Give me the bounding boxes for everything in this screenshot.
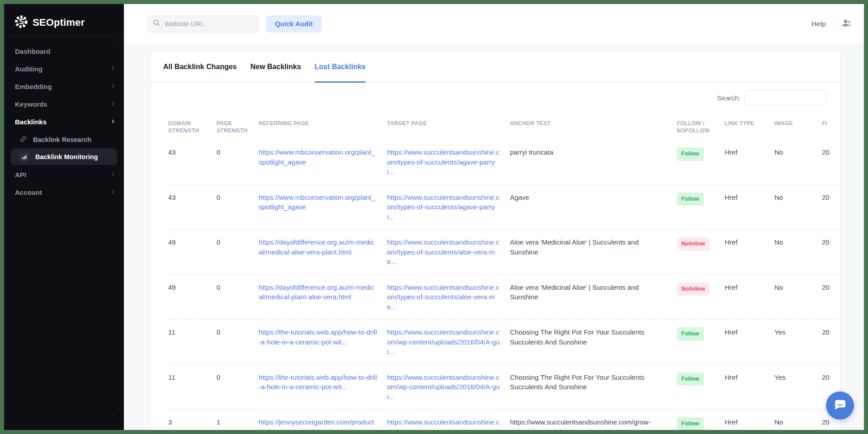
chevron-right-icon — [110, 189, 116, 196]
cell-first-seen: 20 — [822, 184, 841, 230]
col-header-link-type: LINK TYPE — [725, 108, 774, 140]
sidebar-item-embedding[interactable]: Embedding — [4, 78, 124, 95]
target-page-link[interactable]: https://www.succulentsandsunshine.com/ty… — [387, 283, 499, 311]
chevron-right-icon — [110, 83, 116, 90]
referring-page-link[interactable]: https://www.mbconservation.org/plant_spo… — [259, 148, 375, 166]
cell-image: No — [774, 184, 822, 230]
logo-text: SEOptimer — [33, 17, 85, 28]
logo[interactable]: SEOptimer — [4, 4, 124, 32]
target-page-link[interactable]: https://www.succulentsandsunshine.com/wp… — [387, 373, 500, 401]
help-link[interactable]: Help — [811, 20, 826, 28]
target-page-link[interactable]: https://www.succulentsandsunshine.com/ty… — [387, 238, 499, 265]
sidebar-item-dashboard[interactable]: Dashboard — [4, 42, 124, 60]
cell-target-page: https://www.succulentsandsunshine.com/ty… — [387, 184, 510, 230]
cell-image: Yes — [774, 320, 822, 365]
cell-image: No — [774, 410, 822, 430]
quick-audit-button[interactable]: Quick Audit — [266, 15, 322, 33]
chevron-right-icon — [110, 65, 116, 73]
sidebar-item-api[interactable]: API — [4, 166, 124, 184]
cell-domain-strength: 49 — [168, 230, 217, 275]
cell-link-type: Href — [725, 320, 774, 365]
cell-target-page: https://www.succulentsandsunshine.com/wp… — [387, 320, 510, 365]
target-page-link[interactable]: https://www.succulentsandsunshine.com/wp… — [387, 328, 500, 355]
sidebar-item-label: Backlink Monitoring — [35, 153, 98, 160]
cell-anchor-text: https://www.succulentsandsunshine.com/gr… — [510, 410, 677, 430]
cell-link-type: Href — [725, 364, 774, 410]
cell-follow: Follow — [677, 320, 725, 365]
bar-chart-icon — [19, 151, 30, 162]
tab-lost-backlinks[interactable]: Lost Backlinks — [315, 52, 366, 82]
target-page-link[interactable]: https://www.succulentsandsunshine.com/ty… — [387, 148, 499, 175]
cell-follow: Follow — [677, 184, 725, 230]
sidebar-item-label: Backlink Research — [33, 136, 91, 143]
user-menu-icon[interactable] — [841, 18, 853, 30]
search-icon — [153, 19, 160, 28]
cell-referring-page: https://the-tutorials.web.app/how-to-dri… — [259, 320, 387, 365]
target-page-link[interactable]: https://www.succulentsandsunshine.com/gr… — [387, 418, 499, 430]
referring-page-link[interactable]: https://jennysecretgarden.com/products/a… — [259, 418, 374, 430]
referring-page-link[interactable]: https://the-tutorials.web.app/how-to-dri… — [259, 373, 377, 391]
cell-link-type: Href — [725, 274, 774, 320]
target-page-link[interactable]: https://www.succulentsandsunshine.com/ty… — [387, 193, 499, 221]
cell-first-seen: 20 — [822, 320, 841, 365]
table-row: 43 0 https://www.mbconservation.org/plan… — [168, 140, 841, 184]
sidebar-item-account[interactable]: Account — [4, 184, 124, 201]
seoptimer-gear-icon — [14, 14, 28, 31]
website-url-input[interactable] — [165, 20, 253, 28]
follow-badge: Follow — [677, 417, 704, 430]
table-row: 49 0 https://dayofdifference.org.au/m-me… — [168, 274, 841, 320]
sidebar-collapse-icon[interactable] — [112, 412, 118, 420]
cell-target-page: https://www.succulentsandsunshine.com/ty… — [387, 140, 510, 184]
cell-page-strength: 0 — [217, 230, 259, 275]
sidebar-nav: Dashboard Auditing Embedding Keywords Ba… — [4, 37, 124, 201]
sidebar-item-auditing[interactable]: Auditing — [4, 60, 124, 78]
cell-domain-strength: 43 — [168, 140, 217, 184]
cell-follow: Follow — [677, 140, 725, 184]
sidebar-item-label: Dashboard — [15, 47, 50, 55]
table-row: 49 0 https://dayofdifference.org.au/m-me… — [168, 230, 841, 275]
chat-widget-button[interactable] — [826, 392, 854, 420]
sidebar-pin-icon[interactable] — [114, 43, 118, 51]
referring-page-link[interactable]: https://dayofdifference.org.au/m-medical… — [259, 283, 374, 301]
cell-anchor-text: Choosing The Right Pot For Your Succulen… — [510, 320, 677, 365]
sidebar-item-backlink-monitoring[interactable]: Backlink Monitoring — [11, 148, 117, 165]
sidebar: SEOptimer Dashboard Auditing Embedding K… — [4, 4, 124, 430]
cell-first-seen: 20 — [822, 230, 841, 275]
cell-link-type: Href — [725, 230, 774, 275]
sidebar-item-label: Backlinks — [15, 118, 47, 126]
cell-domain-strength: 3 — [168, 410, 217, 430]
table-row: 3 1 https://jennysecretgarden.com/produc… — [168, 410, 841, 430]
sidebar-item-backlink-research[interactable]: Backlink Research — [11, 131, 117, 148]
tab-all-backlink-changes[interactable]: All Backlink Changes — [163, 52, 237, 82]
cell-image: No — [774, 230, 822, 275]
cell-link-type: Href — [725, 410, 774, 430]
cell-first-seen: 20 — [822, 140, 841, 184]
topbar: Quick Audit Help — [124, 4, 864, 43]
col-header-domain-strength: DOMAIN STRENGTH — [168, 108, 217, 140]
cell-page-strength: 0 — [217, 140, 259, 184]
cell-image: Yes — [774, 364, 822, 410]
cell-follow: Nofollow — [677, 274, 725, 320]
follow-badge: Follow — [677, 373, 704, 386]
tab-new-backlinks[interactable]: New Backlinks — [250, 52, 301, 82]
topbar-right: Help — [811, 18, 864, 30]
browser-frame: SEOptimer Dashboard Auditing Embedding K… — [0, 0, 868, 434]
sidebar-item-backlinks[interactable]: Backlinks — [4, 113, 124, 131]
referring-page-link[interactable]: https://dayofdifference.org.au/m-medical… — [259, 238, 374, 256]
col-header-referring-page: REFERRING PAGE — [259, 108, 387, 140]
cell-anchor-text: Aloe vera 'Medicinal Aloe' | Succulents … — [510, 230, 677, 275]
referring-page-link[interactable]: https://www.mbconservation.org/plant_spo… — [259, 193, 375, 211]
cell-page-strength: 0 — [217, 364, 259, 410]
search-label: Search: — [717, 94, 741, 102]
follow-badge: Nofollow — [677, 237, 710, 251]
cell-domain-strength: 43 — [168, 184, 217, 230]
sidebar-item-keywords[interactable]: Keywords — [4, 95, 124, 113]
sidebar-item-label: Embedding — [15, 83, 52, 90]
sidebar-item-label: Auditing — [15, 65, 42, 73]
cell-link-type: Href — [725, 140, 774, 184]
cell-page-strength: 0 — [217, 320, 259, 365]
referring-page-link[interactable]: https://the-tutorials.web.app/how-to-dri… — [259, 328, 377, 346]
table-search-input[interactable] — [744, 90, 826, 105]
website-url-searchbox[interactable] — [147, 15, 259, 33]
main-content: All Backlink Changes New Backlinks Lost … — [124, 43, 864, 430]
